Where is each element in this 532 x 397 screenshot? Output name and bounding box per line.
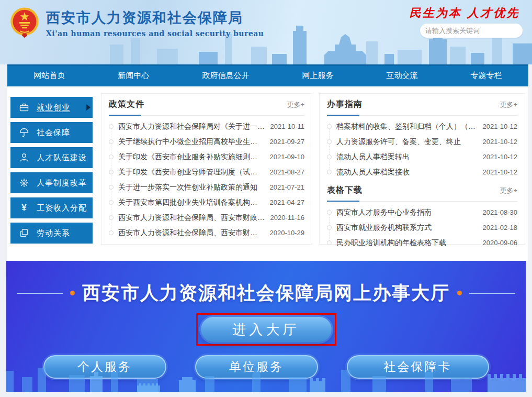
search-input[interactable] (425, 27, 517, 35)
list-item-title[interactable]: 西安市人力资源和社会保障局、西安市财政局关于落实... (118, 213, 265, 223)
list-item[interactable]: 人力资源服务许可、备案、变更、终止2021-10-12 (327, 134, 517, 149)
pages-icon (19, 228, 29, 238)
briefcase-icon (19, 102, 29, 113)
list-item-date: 2021-04-27 (270, 198, 305, 206)
enter-hall-button[interactable]: 进入大厅 (201, 317, 332, 342)
deco-dot-left (70, 291, 75, 295)
list-item[interactable]: 西安市人力资源和社会保障局对《关于进一步落实一次...2021-10-11 (109, 119, 304, 134)
list-item[interactable]: 档案材料的收集、鉴别和归档（个人）（人才中心）2021-10-12 (327, 119, 517, 134)
list-item[interactable]: 关于进一步落实一次性创业补贴政策的通知2021-07-21 (109, 180, 304, 195)
guide-forms-panel: 办事指南 更多+ 档案材料的收集、鉴别和归档（个人）（人才中心）2021-10-… (319, 93, 525, 245)
section-header-policy: 政策文件 更多+ (109, 94, 304, 116)
bullet-icon (109, 155, 114, 159)
deco-line-right (469, 293, 515, 294)
list-item-date: 2021-10-12 (483, 168, 518, 176)
list-item[interactable]: 西安市就业服务机构联系方式2021-02-18 (327, 220, 517, 235)
nav-item-interaction[interactable]: 互动交流 (377, 71, 427, 81)
person-icon (19, 152, 29, 163)
banner-skyline-illustration (6, 361, 526, 392)
list-item-title[interactable]: 关于进一步落实一次性创业补贴政策的通知 (118, 183, 265, 192)
list-item-title[interactable]: 关于印发《西安市创业服务补贴实施细则》的通知 (118, 152, 265, 162)
site-subtitle: Xi'an human resources and social securit… (46, 29, 264, 38)
list-item-title[interactable]: 关于印发《西安市创业导师管理制度（试行）》的通知 (118, 168, 265, 177)
list-item[interactable]: 关于继续执行中小微企业招用高校毕业生一次性就业补...2021-09-27 (109, 134, 304, 149)
sidebar-item-wage-income[interactable]: ¥ 工资收入分配 (10, 197, 93, 218)
bullet-icon (109, 170, 114, 174)
umbrella-icon (19, 127, 29, 138)
list-item-title[interactable]: 流动人员人事档案转出 (336, 152, 478, 162)
list-item-title[interactable]: 关于继续执行中小微企业招用高校毕业生一次性就业补... (118, 137, 265, 147)
forms-list: 西安市人才服务中心业务指南2021-08-30 西安市就业服务机构联系方式202… (327, 202, 517, 250)
bullet-icon (327, 155, 332, 159)
page: 西安市人力资源和社会保障局 Xi'an human resources and … (0, 0, 532, 397)
main-nav: 网站首页 新闻中心 政府信息公开 网上服务 互动交流 专题专栏 (7, 64, 528, 86)
section-title: 办事指南 (327, 99, 363, 110)
list-item-date: 2021-09-27 (270, 138, 305, 146)
bullet-icon (327, 139, 332, 144)
list-item-date: 2021-10-12 (483, 153, 518, 161)
nav-item-home[interactable]: 网站首页 (25, 71, 75, 81)
list-item[interactable]: 关于印发《西安市创业导师管理制度（试行）》的通知2021-08-27 (109, 164, 304, 180)
china-national-emblem-icon (8, 4, 41, 40)
list-item-title[interactable]: 西安市人才服务中心业务指南 (336, 208, 478, 217)
list-item-title[interactable]: 民办职业培训机构的年检表格下载 (336, 238, 478, 248)
more-link[interactable]: 更多+ (500, 100, 517, 109)
list-item[interactable]: 西安市人力资源和社会保障局、西安市财政局关于进一...2020-10-29 (109, 225, 304, 240)
list-item-title[interactable]: 关于西安市第四批创业失业培训备案机构的公告 (118, 198, 265, 207)
list-item-title[interactable]: 西安市人力资源和社会保障局对《关于进一步落实一次... (118, 122, 265, 131)
sidebar-item-labor-relations[interactable]: 劳动关系 (10, 223, 93, 244)
list-item-title[interactable]: 西安市人力资源和社会保障局、西安市财政局关于进一... (118, 228, 265, 238)
list-item-date: 2020-11-16 (270, 214, 304, 222)
list-item-date: 2021-10-11 (270, 123, 304, 130)
list-item[interactable]: 西安市人才服务中心业务指南2021-08-30 (327, 205, 517, 220)
more-link[interactable]: 更多+ (287, 100, 304, 109)
list-item-title[interactable]: 档案材料的收集、鉴别和归档（个人）（人才中心） (336, 122, 478, 131)
list-item[interactable]: 流动人员人事档案转出2021-10-12 (327, 149, 517, 164)
list-item-title[interactable]: 流动人员人事档案接收 (336, 168, 478, 177)
list-item[interactable]: 流动人员人事档案接收2021-10-12 (327, 164, 517, 180)
list-item-date: 2020-10-29 (270, 229, 305, 237)
bullet-icon (327, 124, 332, 129)
list-item-date: 2021-07-21 (270, 183, 305, 191)
bullet-icon (109, 230, 114, 235)
sidebar-item-label: 就业创业 (37, 103, 70, 113)
bullet-icon (109, 215, 114, 220)
nav-item-special[interactable]: 专题专栏 (461, 71, 512, 81)
sidebar-item-label: 社会保障 (37, 128, 70, 138)
list-item[interactable]: 关于西安市第四批创业失业培训备案机构的公告2021-04-27 (109, 195, 304, 210)
online-service-hall-banner: 西安市人力资源和社会保障局网上办事大厅 进入大厅 个人服务 单位服务 社会保障卡 (6, 261, 526, 392)
deco-line-left (17, 293, 63, 294)
nav-item-online-service[interactable]: 网上服务 (293, 71, 343, 81)
bullet-icon (327, 210, 332, 215)
guide-list: 档案材料的收集、鉴别和归档（个人）（人才中心）2021-10-12 人力资源服务… (327, 116, 517, 180)
section-header-guide: 办事指南 更多+ (327, 94, 517, 116)
nav-item-news[interactable]: 新闻中心 (109, 71, 159, 81)
slogan-calligraphy: 民生为本 人才优先 (404, 5, 525, 21)
section-title: 政策文件 (109, 99, 144, 110)
annotation-highlight-box: 进入大厅 (196, 313, 336, 346)
list-item-title[interactable]: 西安市就业服务机构联系方式 (336, 223, 478, 233)
list-item[interactable]: 民办职业培训机构的年检表格下载2020-09-06 (327, 235, 517, 250)
nav-item-gov-info[interactable]: 政府信息公开 (193, 71, 259, 81)
deco-dot-right (457, 291, 462, 295)
list-item-title[interactable]: 人力资源服务许可、备案、变更、终止 (336, 137, 478, 147)
sidebar-item-social-security[interactable]: 社会保障 (10, 122, 93, 143)
banner-title: 西安市人力资源和社会保障局网上办事大厅 (82, 281, 450, 305)
site-brand: 西安市人力资源和社会保障局 Xi'an human resources and … (46, 8, 264, 38)
bullet-icon (109, 185, 114, 190)
sidebar-item-label: 人事制度改革 (37, 178, 87, 188)
sidebar-item-talent-team[interactable]: 人才队伍建设 (10, 147, 93, 168)
more-link[interactable]: 更多+ (500, 186, 517, 195)
list-item[interactable]: 关于印发《西安市创业服务补贴实施细则》的通知2021-09-10 (109, 149, 304, 164)
bullet-icon (327, 240, 332, 245)
list-item[interactable]: 西安市人力资源和社会保障局、西安市财政局关于落实...2020-11-16 (109, 210, 304, 225)
sidebar-item-label: 劳动关系 (37, 228, 70, 238)
site-title: 西安市人力资源和社会保障局 (46, 8, 264, 27)
list-item-date: 2021-10-12 (483, 123, 518, 130)
bullet-icon (109, 139, 114, 144)
sidebar-item-personnel-reform[interactable]: 人事制度改革 (10, 172, 93, 193)
sidebar-item-employment[interactable]: 就业创业 (10, 97, 93, 118)
search-box[interactable] (420, 24, 523, 38)
list-item-date: 2021-09-10 (270, 153, 305, 161)
sidebar-item-label: 人才队伍建设 (37, 153, 87, 163)
